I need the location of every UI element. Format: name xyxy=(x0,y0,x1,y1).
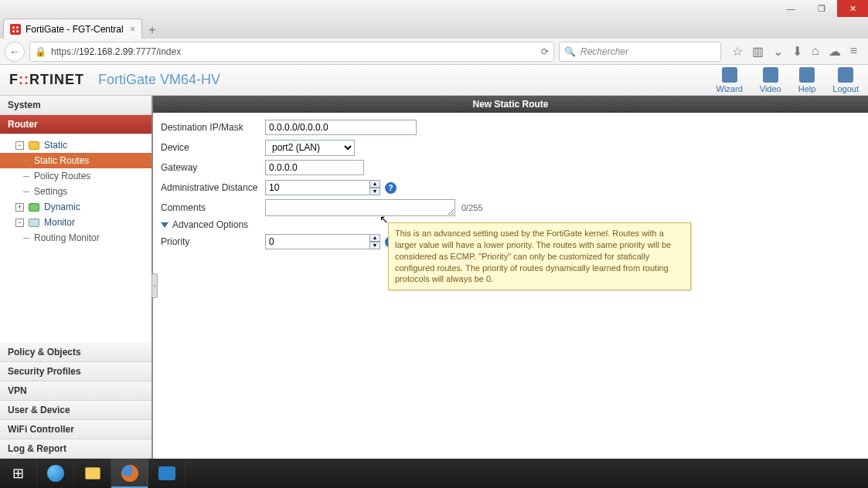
folder-icon xyxy=(29,203,39,212)
panel-title: New Static Route xyxy=(153,96,868,113)
sidebar-section-vpn[interactable]: VPN xyxy=(0,381,151,401)
comments-input[interactable] xyxy=(265,199,455,216)
label-admin-distance: Administrative Distance xyxy=(161,182,265,193)
address-bar[interactable]: 🔒 https://192.168.2.99:7777/index ⟳ xyxy=(29,42,554,62)
sidebar-section-log-report[interactable]: Log & Report xyxy=(0,439,151,459)
tree-item-static-routes[interactable]: Static Routes xyxy=(0,153,151,168)
wizard-button[interactable]: Wizard xyxy=(717,67,743,93)
destination-input[interactable] xyxy=(265,120,417,135)
bookmark-icon[interactable]: ☆ xyxy=(732,44,743,59)
sidebar-section-system[interactable]: System xyxy=(0,96,151,115)
taskbar-explorer[interactable] xyxy=(74,459,111,488)
menu-icon[interactable]: ≡ xyxy=(850,44,857,59)
fortinet-logo: F::RTINET xyxy=(9,72,84,88)
browser-toolbar: ← 🔒 https://192.168.2.99:7777/index ⟳ 🔍 … xyxy=(0,39,868,65)
video-button[interactable]: Video xyxy=(760,67,781,93)
label-priority: Priority xyxy=(161,236,265,247)
help-icon xyxy=(799,67,815,83)
pocket-icon[interactable]: ⌄ xyxy=(773,44,783,59)
sidebar-section-user-device[interactable]: User & Device xyxy=(0,401,151,420)
browser-tabs: FortiGate - FGT-Central × + xyxy=(0,17,868,39)
label-destination: Destination IP/Mask xyxy=(161,122,265,133)
taskbar-firefox[interactable] xyxy=(111,459,148,488)
home-icon[interactable]: ⌂ xyxy=(812,44,819,59)
collapse-icon[interactable]: − xyxy=(15,141,24,150)
admin-distance-input[interactable] xyxy=(265,180,370,195)
tree-node-dynamic[interactable]: + Dynamic xyxy=(0,199,151,215)
sidebar-section-policy-objects[interactable]: Policy & Objects xyxy=(0,343,151,362)
taskbar-ie[interactable] xyxy=(37,459,74,488)
downloads-icon[interactable]: ⬇ xyxy=(792,44,802,59)
label-comments: Comments xyxy=(161,202,265,213)
reload-icon[interactable]: ⟳ xyxy=(541,46,549,57)
tree-item-settings[interactable]: Settings xyxy=(0,184,151,199)
windows-taskbar: ⊞ xyxy=(0,459,868,488)
fortigate-favicon-icon xyxy=(10,24,21,35)
sidebar: System Router − Static Static Routes Pol… xyxy=(0,96,153,459)
video-icon xyxy=(763,67,778,83)
folder-icon xyxy=(85,467,100,480)
browser-tab[interactable]: FortiGate - FGT-Central × xyxy=(3,19,142,39)
search-box[interactable]: 🔍 Rechercher xyxy=(559,42,721,62)
tab-close-icon[interactable]: × xyxy=(130,24,135,35)
browser-action-icons: ☆ ▥ ⌄ ⬇ ⌂ ☁ ≡ xyxy=(726,44,863,59)
search-placeholder: Rechercher xyxy=(580,46,628,57)
windows-icon: ⊞ xyxy=(12,465,24,482)
chat-icon[interactable]: ☁ xyxy=(829,44,841,59)
chevron-down-icon[interactable]: ▼ xyxy=(369,242,380,249)
logout-icon xyxy=(838,67,853,83)
library-icon[interactable]: ▥ xyxy=(752,44,764,59)
chevron-up-icon[interactable]: ▲ xyxy=(369,180,380,188)
help-icon[interactable]: ? xyxy=(385,182,397,194)
tree-item-policy-routes[interactable]: Policy Routes xyxy=(0,168,151,184)
logout-button[interactable]: Logout xyxy=(832,67,859,93)
chevron-up-icon[interactable]: ▲ xyxy=(369,234,380,242)
help-button[interactable]: Help xyxy=(798,67,816,93)
splitter-handle[interactable]: ‹ xyxy=(151,273,158,298)
device-name: FortiGate VM64-HV xyxy=(98,72,220,88)
admin-distance-spinner[interactable]: ▲▼ xyxy=(369,180,380,195)
priority-input[interactable] xyxy=(265,234,370,249)
chevron-down-icon[interactable]: ▼ xyxy=(369,188,380,195)
start-button[interactable]: ⊞ xyxy=(0,459,37,488)
priority-tooltip: This is an advanced setting used by the … xyxy=(388,222,691,290)
tab-title: FortiGate - FGT-Central xyxy=(26,24,124,35)
lock-icon: 🔒 xyxy=(35,46,46,57)
sidebar-section-router[interactable]: Router xyxy=(0,115,151,134)
back-button[interactable]: ← xyxy=(5,42,25,62)
new-tab-button[interactable]: + xyxy=(142,22,162,39)
monitor-icon xyxy=(29,219,39,227)
firefox-icon xyxy=(121,465,138,482)
taskbar-app[interactable] xyxy=(148,459,186,488)
collapse-icon[interactable]: − xyxy=(15,219,24,227)
ie-icon xyxy=(47,465,64,482)
priority-spinner[interactable]: ▲▼ xyxy=(369,234,380,249)
expand-icon[interactable]: + xyxy=(15,203,24,212)
gateway-input[interactable] xyxy=(265,160,364,175)
folder-icon xyxy=(29,141,39,150)
comments-counter: 0/255 xyxy=(461,203,483,212)
tree-item-routing-monitor[interactable]: Routing Monitor xyxy=(0,230,151,246)
window-minimize[interactable]: — xyxy=(775,0,806,17)
triangle-down-icon xyxy=(161,222,168,228)
sidebar-section-wifi-controller[interactable]: WiFi Controller xyxy=(0,420,151,439)
url-text: https://192.168.2.99:7777/index xyxy=(51,46,181,57)
label-device: Device xyxy=(161,142,265,153)
label-gateway: Gateway xyxy=(161,162,265,173)
router-tree: − Static Static Routes Policy Routes Set… xyxy=(0,134,151,252)
search-icon: 🔍 xyxy=(564,46,576,57)
app-icon xyxy=(158,466,175,480)
window-maximize[interactable]: ❐ xyxy=(806,0,837,17)
content-panel: ‹ New Static Route Destination IP/Mask D… xyxy=(153,96,868,459)
tree-node-static[interactable]: − Static xyxy=(0,137,151,153)
app-header: F::RTINET FortiGate VM64-HV Wizard Video… xyxy=(0,65,868,96)
window-close[interactable]: ✕ xyxy=(837,0,868,17)
sidebar-section-security-profiles[interactable]: Security Profiles xyxy=(0,362,151,381)
tree-node-monitor[interactable]: − Monitor xyxy=(0,215,151,230)
device-select[interactable]: port2 (LAN) xyxy=(265,140,355,156)
window-titlebar: — ❐ ✕ xyxy=(0,0,868,17)
wizard-icon xyxy=(722,67,737,83)
